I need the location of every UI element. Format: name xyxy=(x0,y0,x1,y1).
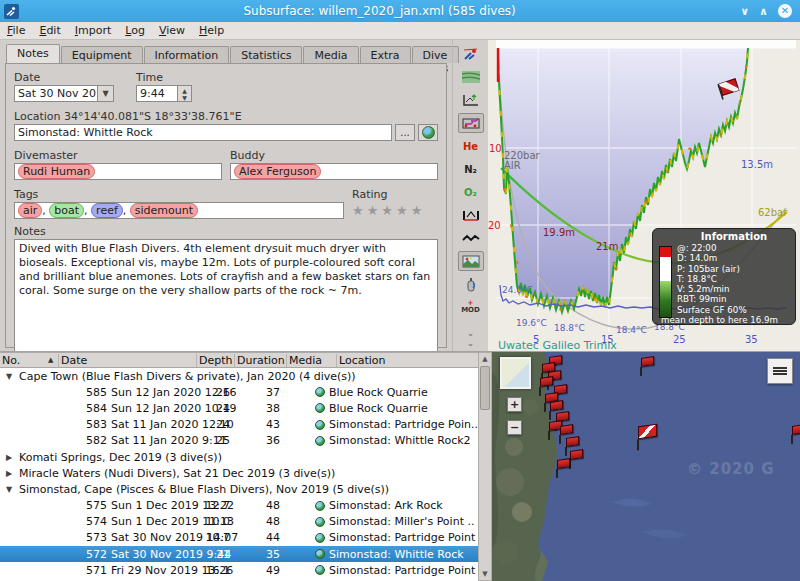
collapsed-triangle-icon[interactable]: ▶ xyxy=(6,453,17,462)
globe-icon xyxy=(315,565,325,575)
dive-date: Fri 29 Nov 2019 13:26 xyxy=(111,564,203,577)
star-icon[interactable]: ★ xyxy=(352,203,367,218)
dive-profile-chart[interactable]: 10 20 5 15 25 35 220bar AIR 62bar 19.9m … xyxy=(488,40,800,352)
tooltip-gauge-icon xyxy=(659,246,672,318)
globe-icon xyxy=(315,533,325,543)
collapsed-triangle-icon[interactable]: ▶ xyxy=(6,469,17,478)
map-menu-button[interactable] xyxy=(767,358,793,384)
time-spinner[interactable]: 9:44 ▲▼ xyxy=(136,85,192,102)
diver-icon[interactable] xyxy=(458,44,484,64)
star-icon[interactable]: ★ xyxy=(367,203,382,218)
close-button[interactable]: ✕ xyxy=(778,4,792,18)
dive-flag-icon[interactable] xyxy=(550,400,563,411)
menu-file[interactable]: File xyxy=(0,23,32,38)
depth-annotation-135: 13.5m xyxy=(741,159,773,170)
tab-extra-info[interactable]: Extra Info xyxy=(360,46,411,63)
collapse-chevron-icon[interactable]: ⌄⌄ xyxy=(467,328,475,348)
trip-row[interactable]: ▶Miracle Waters (Nudi Divers), Sat 21 De… xyxy=(0,465,478,481)
buddy-input[interactable]: Alex Ferguson xyxy=(230,163,438,180)
photos-icon[interactable] xyxy=(458,251,484,271)
dive-flag-icon[interactable] xyxy=(560,424,573,435)
column-location[interactable]: Location xyxy=(336,354,478,367)
menu-log[interactable]: Log xyxy=(118,23,152,38)
dive-row[interactable]: 573Sat 30 Nov 2019 14:0710.744Simonstad:… xyxy=(0,530,478,546)
menu-view[interactable]: View xyxy=(152,23,192,38)
column-media[interactable]: Media xyxy=(286,354,336,367)
column-no[interactable]: No. xyxy=(0,354,46,367)
trip-row[interactable]: ▼Cape Town (Blue Flash Divers & private)… xyxy=(0,368,478,384)
scroll-down-icon[interactable]: ▼ xyxy=(482,568,487,580)
dive-row[interactable]: 571Fri 29 Nov 2019 13:2616.149Simonstad:… xyxy=(0,562,478,578)
chevron-down-icon[interactable]: ▼ xyxy=(97,86,113,101)
dive-flag-icon[interactable] xyxy=(557,458,570,469)
minimize-button[interactable]: ∨ xyxy=(740,5,749,18)
n2-toggle[interactable]: N₂ xyxy=(458,159,484,179)
dive-flag-icon[interactable] xyxy=(566,436,579,447)
dive-row[interactable]: 582Sat 11 Jan 2020 9:112536Simonstad: Wh… xyxy=(0,433,478,449)
dive-flag-icon[interactable] xyxy=(540,376,553,387)
spinner-arrows-icon[interactable]: ▲▼ xyxy=(177,86,191,101)
trip-row[interactable]: ▼Simonstad, Cape (Pisces & Blue Flash Di… xyxy=(0,481,478,497)
tab-notes[interactable]: Notes xyxy=(6,44,60,63)
o2-toggle[interactable]: O₂ xyxy=(458,182,484,202)
dive-row[interactable]: 574Sun 1 Dec 2019 11:1310.048Simonstad: … xyxy=(0,514,478,530)
tags-input[interactable]: air, boat, reef, sidemount xyxy=(14,202,344,219)
star-icon[interactable]: ★ xyxy=(411,203,426,218)
column-duration[interactable]: Duration xyxy=(234,354,286,367)
star-icon[interactable]: ★ xyxy=(381,203,396,218)
map-overview-thumbnail[interactable] xyxy=(500,357,531,389)
divemaster-input[interactable]: Rudi Human xyxy=(14,163,222,180)
scrollbar-thumb[interactable] xyxy=(480,366,490,410)
divemaster-tag: Rudi Human xyxy=(18,164,95,179)
dive-flag-icon[interactable] xyxy=(792,424,800,435)
map-zoom-in-button[interactable]: + xyxy=(507,397,522,412)
dive-list-scrollbar[interactable]: ▲ ▼ xyxy=(478,352,492,581)
dive-row[interactable]: 575Sun 1 Dec 2019 13:2212.748Simonstad: … xyxy=(0,498,478,514)
maximize-button[interactable]: ∧ xyxy=(759,5,768,18)
globe-icon xyxy=(315,436,325,446)
notes-textarea[interactable]: Dived with Blue Flash Divers. 4th elemen… xyxy=(14,239,438,365)
tab-media[interactable]: Media xyxy=(303,46,358,63)
rating-stars[interactable]: ★★★★★ xyxy=(352,203,438,218)
map-zoom-out-button[interactable]: − xyxy=(507,420,522,435)
dive-date: Sun 12 Jan 2020 10:19 xyxy=(111,402,203,415)
location-globe-button[interactable] xyxy=(418,124,438,141)
scroll-up-icon[interactable]: ▲ xyxy=(482,353,487,365)
mod-toggle[interactable]: +MOD xyxy=(458,297,484,317)
dive-row[interactable]: 572Sat 30 Nov 2019 9:442135Simonstad: Wh… xyxy=(0,546,478,562)
dive-depth: 25 xyxy=(203,434,230,447)
dive-row[interactable]: 583Sat 11 Jan 2020 12:102443Simonstad: P… xyxy=(0,417,478,433)
ruler-icon[interactable] xyxy=(458,205,484,225)
dive-list-header[interactable]: No. ▲ Date Depth Duration Media Location xyxy=(0,353,478,368)
dive-row[interactable]: 584Sun 12 Jan 2020 10:192438Blue Rock Qu… xyxy=(0,400,478,416)
star-icon[interactable]: ★ xyxy=(396,203,411,218)
dive-row[interactable]: 585Sun 12 Jan 2020 12:162637Blue Rock Qu… xyxy=(0,384,478,400)
tab-information[interactable]: Information xyxy=(144,46,230,63)
titlebar[interactable]: Subsurface: willem_2020_jan.xml (585 div… xyxy=(0,0,800,22)
he-toggle[interactable]: He xyxy=(458,136,484,156)
tab-equipment[interactable]: Equipment xyxy=(61,46,143,63)
dc-ceiling-icon[interactable] xyxy=(458,113,484,133)
trip-row[interactable]: ▶Komati Springs, Dec 2019 (3 dive(s)) xyxy=(0,449,478,465)
dive-site-map[interactable]: + − © 2020 G xyxy=(492,352,800,581)
tab-statistics[interactable]: Statistics xyxy=(230,46,302,63)
location-input[interactable]: Simonstad: Whittle Rock xyxy=(14,124,392,141)
heartrate-icon[interactable] xyxy=(458,228,484,248)
dive-location: Simonstad: Whittle Rock xyxy=(329,548,478,561)
column-depth[interactable]: Depth xyxy=(196,354,234,367)
menu-import[interactable]: Import xyxy=(68,23,119,38)
temp-label-1: 19.6°C xyxy=(516,318,547,328)
gradient-shading-icon[interactable] xyxy=(458,67,484,87)
calculated-ceiling-icon[interactable] xyxy=(458,90,484,110)
location-more-button[interactable]: ... xyxy=(395,124,415,141)
selected-dive-flag-icon[interactable] xyxy=(638,424,657,440)
dive-flag-icon[interactable] xyxy=(570,449,583,460)
date-combobox[interactable]: Sat 30 Nov 2019 ▼ xyxy=(14,85,114,102)
menu-help[interactable]: Help xyxy=(192,23,231,38)
dive-flag-icon[interactable] xyxy=(641,356,654,367)
menu-edit[interactable]: Edit xyxy=(32,23,67,38)
expanded-triangle-icon[interactable]: ▼ xyxy=(6,485,17,494)
expanded-triangle-icon[interactable]: ▼ xyxy=(6,372,17,381)
column-date[interactable]: Date xyxy=(58,354,196,367)
tank-icon[interactable] xyxy=(458,274,484,294)
